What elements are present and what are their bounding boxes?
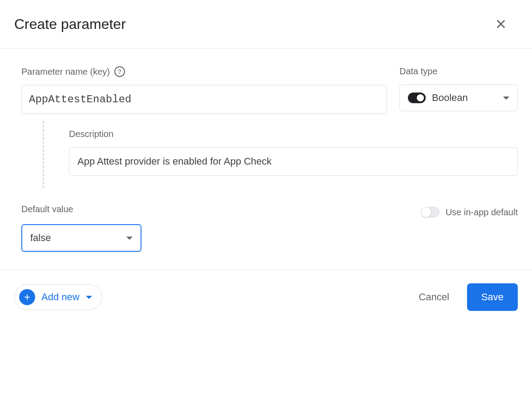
save-button[interactable]: Save bbox=[467, 283, 518, 311]
default-value-section: Default value false Use in-app default bbox=[21, 204, 518, 252]
chevron-down-icon bbox=[126, 237, 133, 240]
data-type-select[interactable]: Boolean bbox=[399, 85, 518, 111]
close-icon bbox=[495, 18, 507, 30]
chevron-down-icon bbox=[86, 296, 92, 299]
description-input[interactable] bbox=[69, 147, 518, 176]
parameter-name-label: Parameter name (key) ? bbox=[21, 66, 387, 77]
boolean-type-icon bbox=[408, 93, 426, 103]
default-value-select[interactable]: false bbox=[21, 224, 141, 252]
cancel-button[interactable]: Cancel bbox=[419, 291, 449, 303]
close-button[interactable] bbox=[491, 14, 511, 34]
plus-icon: + bbox=[19, 289, 35, 305]
in-app-default-label: Use in-app default bbox=[446, 207, 518, 218]
default-value-label: Default value bbox=[21, 204, 141, 214]
add-new-button[interactable]: + Add new bbox=[14, 284, 102, 310]
help-icon[interactable]: ? bbox=[114, 66, 125, 77]
footer-actions: Cancel Save bbox=[419, 283, 518, 311]
parameter-name-input[interactable] bbox=[21, 85, 387, 114]
dialog-title: Create parameter bbox=[14, 16, 126, 32]
default-value-text: false bbox=[30, 232, 51, 244]
in-app-default-group: Use in-app default bbox=[421, 207, 518, 218]
parameter-name-label-text: Parameter name (key) bbox=[21, 67, 110, 77]
description-content: Description bbox=[69, 121, 518, 188]
dialog-footer: + Add new Cancel Save bbox=[0, 270, 532, 324]
data-type-group: Data type Boolean bbox=[399, 66, 518, 111]
dialog-body: Parameter name (key) ? Data type Boolean… bbox=[0, 48, 532, 270]
data-type-label: Data type bbox=[399, 66, 518, 77]
default-value-left: Default value false bbox=[21, 204, 141, 252]
chevron-down-icon bbox=[503, 97, 509, 100]
description-section: Description bbox=[43, 121, 518, 188]
description-label: Description bbox=[69, 129, 518, 139]
data-type-value: Boolean bbox=[432, 92, 497, 104]
tree-connector bbox=[43, 121, 44, 188]
top-row: Parameter name (key) ? Data type Boolean bbox=[21, 66, 518, 114]
add-new-label: Add new bbox=[41, 291, 80, 303]
parameter-name-group: Parameter name (key) ? bbox=[21, 66, 387, 114]
dialog-header: Create parameter bbox=[0, 0, 532, 48]
in-app-default-toggle[interactable] bbox=[421, 207, 439, 218]
